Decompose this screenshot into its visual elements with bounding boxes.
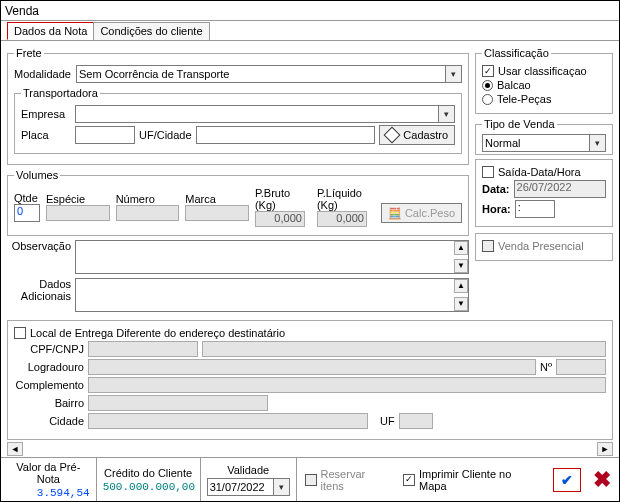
scroll-down-icon[interactable]: ▼	[454, 297, 468, 311]
numero-label: Número	[116, 193, 180, 205]
confirm-button[interactable]: ✔	[553, 468, 581, 492]
balcao-label: Balcao	[497, 79, 531, 91]
tipo-venda-group: Tipo de Venda Normal	[475, 118, 613, 155]
saida-label: Saída-Data/Hora	[498, 166, 581, 178]
modalidade-value: Sem Ocorrência de Transporte	[79, 68, 229, 80]
cancel-button[interactable]: ✖	[593, 467, 611, 493]
dados-adicionais-textarea[interactable]: ▲▼	[75, 278, 469, 312]
pliquido-label: P.Líquido (Kg)	[317, 187, 375, 211]
placa-label: Placa	[21, 129, 71, 141]
validade-label: Validade	[207, 464, 290, 476]
presencial-group: Venda Presencial	[475, 233, 613, 261]
reservar-checkbox[interactable]	[305, 474, 317, 486]
scroll-up-icon[interactable]: ▲	[454, 241, 468, 255]
marca-field	[185, 205, 249, 221]
marca-label: Marca	[185, 193, 249, 205]
cidade-input[interactable]	[88, 413, 368, 429]
frete-legend: Frete	[14, 47, 44, 59]
modalidade-combo[interactable]: Sem Ocorrência de Transporte	[76, 65, 462, 83]
credito-label: Crédito do Cliente	[103, 467, 194, 479]
entrega-diferente-checkbox[interactable]	[14, 327, 26, 339]
cidade-label: Cidade	[14, 415, 84, 427]
scroll-left-icon[interactable]: ◄	[7, 442, 23, 456]
presencial-label: Venda Presencial	[498, 240, 584, 252]
window-title: Venda	[1, 1, 619, 21]
tipo-venda-value: Normal	[485, 137, 520, 149]
data-input[interactable]: 26/07/2022	[514, 180, 606, 198]
pbruto-field: 0,000	[255, 211, 305, 227]
check-icon: ✔	[561, 472, 573, 488]
empresa-label: Empresa	[21, 108, 71, 120]
logradouro-input[interactable]	[88, 359, 536, 375]
logradouro-label: Logradouro	[14, 361, 84, 373]
imprimir-checkbox[interactable]: ✓	[403, 474, 415, 486]
credito-value: 500.000.000,00	[103, 481, 194, 493]
footer: Valor da Pré-Nota 3.594,54 Crédito do Cl…	[1, 457, 619, 501]
main-content: Frete Modalidade Sem Ocorrência de Trans…	[1, 41, 619, 316]
transportadora-legend: Transportadora	[21, 87, 100, 99]
usar-classificacao-label: Usar classificaçao	[498, 65, 587, 77]
scroll-down-icon[interactable]: ▼	[454, 259, 468, 273]
volumes-legend: Volumes	[14, 169, 60, 181]
calc-peso-label: Calc.Peso	[405, 207, 455, 219]
calc-peso-button[interactable]: 🧮 Calc.Peso	[381, 203, 462, 223]
tab-dados-da-nota[interactable]: Dados da Nota	[7, 22, 94, 40]
data-label: Data:	[482, 183, 510, 195]
pliquido-field: 0,000	[317, 211, 367, 227]
nome-input[interactable]	[202, 341, 606, 357]
entrega-group: Local de Entrega Diferente do endereço d…	[7, 320, 613, 440]
bairro-input[interactable]	[88, 395, 268, 411]
qtde-label: Qtde	[14, 192, 40, 204]
cpf-input[interactable]	[88, 341, 198, 357]
numero-end-label: Nº	[540, 361, 552, 373]
uf-label: UF	[380, 415, 395, 427]
entrega-diferente-label: Local de Entrega Diferente do endereço d…	[30, 327, 285, 339]
hora-input[interactable]: :	[515, 200, 555, 218]
observacao-textarea[interactable]: ▲▼	[75, 240, 469, 274]
right-panel: Classificação ✓ Usar classificaçao Balca…	[475, 45, 613, 314]
empresa-combo[interactable]	[75, 105, 455, 123]
saida-checkbox[interactable]	[482, 166, 494, 178]
numero-field	[116, 205, 180, 221]
numero-end-input[interactable]	[556, 359, 606, 375]
imprimir-label: Imprimir Cliente no Mapa	[419, 468, 541, 492]
classificacao-legend: Classificação	[482, 47, 551, 59]
horizontal-scrollbar[interactable]: ◄ ►	[7, 442, 613, 456]
transportadora-group: Transportadora Empresa Placa UF/Cidade	[14, 87, 462, 154]
cadastro-icon	[384, 127, 401, 144]
validade-value: 31/07/2022	[210, 481, 265, 493]
dados-adicionais-label: DadosAdicionais	[7, 278, 71, 302]
telepecas-radio[interactable]	[482, 94, 493, 105]
prenota-value: 3.594,54	[7, 487, 90, 499]
reservar-label: Reservar itens	[321, 468, 392, 492]
validade-date[interactable]: 31/07/2022	[207, 478, 290, 496]
cadastro-button[interactable]: Cadastro	[379, 125, 455, 145]
especie-field	[46, 205, 110, 221]
tipo-venda-legend: Tipo de Venda	[482, 118, 557, 130]
observacao-label: Observação	[7, 240, 71, 252]
ufcidade-label: UF/Cidade	[139, 129, 192, 141]
cpf-label: CPF/CNPJ	[14, 343, 84, 355]
tipo-venda-combo[interactable]: Normal	[482, 134, 606, 152]
hora-label: Hora:	[482, 203, 511, 215]
chevron-down-icon	[589, 135, 605, 151]
cadastro-label: Cadastro	[403, 129, 448, 141]
telepecas-label: Tele-Peças	[497, 93, 551, 105]
balcao-radio[interactable]	[482, 80, 493, 91]
uf-input[interactable]	[399, 413, 433, 429]
especie-label: Espécie	[46, 193, 110, 205]
placa-input[interactable]	[75, 126, 135, 144]
presencial-checkbox[interactable]	[482, 240, 494, 252]
complemento-input[interactable]	[88, 377, 606, 393]
classificacao-group: Classificação ✓ Usar classificaçao Balca…	[475, 47, 613, 114]
tab-condicoes-do-cliente[interactable]: Condições do cliente	[93, 22, 209, 40]
complemento-label: Complemento	[14, 379, 84, 391]
scroll-up-icon[interactable]: ▲	[454, 279, 468, 293]
scroll-right-icon[interactable]: ►	[597, 442, 613, 456]
modalidade-label: Modalidade	[14, 68, 72, 80]
ufcidade-input[interactable]	[196, 126, 376, 144]
usar-classificacao-checkbox[interactable]: ✓	[482, 65, 494, 77]
tab-strip: Dados da Nota Condições do cliente	[1, 21, 619, 41]
qtde-input[interactable]: 0	[14, 204, 40, 222]
pbruto-label: P.Bruto (Kg)	[255, 187, 311, 211]
